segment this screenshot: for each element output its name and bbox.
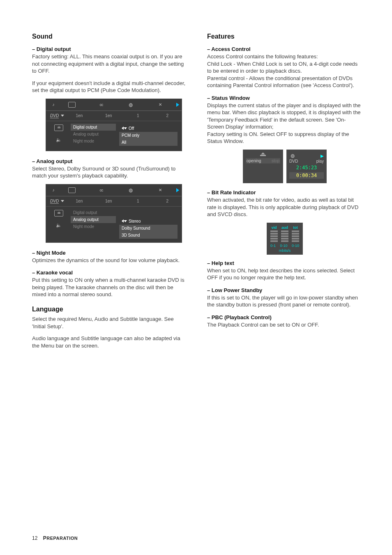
status-window-p2: Factory setting is ON. Select OFF to sup… [207,131,362,145]
osd2-opt-dolby: Dolby Surround [119,225,178,232]
status-right-top: ▶ [289,152,324,159]
arrow-right-icon [176,103,179,107]
osd-labels: Digital output Analog output Night mode [71,124,116,145]
osd-opt-all: All [119,139,178,146]
osd-opt-off-label: Off [129,126,134,131]
osd2-body: Digital output Analog output Night mode … [46,207,182,242]
osd-tab-globe [117,100,145,109]
osd-dvd-label: DVD [50,113,59,118]
osd2-label-night: Night mode [71,223,116,230]
status-right-labels: DVD play [289,159,324,164]
access-p2: Child Lock - When Child Lock is set to O… [207,60,362,75]
page-footer: 12 PREPARATION [32,535,78,541]
status-time-1: 2:45:23 [289,164,324,170]
pbc-p: The Playback Control can be set to ON or… [207,321,362,329]
osd2-tab-tools [146,186,175,195]
osd2-tab-globe [117,186,145,195]
bitrate-columns: vid aud tot [270,226,299,242]
bitrate-col-tot: tot [292,226,299,242]
screen-icon [68,187,76,193]
low-power-heading: – Low Power Standby [207,287,362,293]
music-note-icon [50,187,57,193]
cc-icon [98,187,105,193]
status-left-opening: opening [247,159,261,163]
tools-icon [157,187,164,193]
bitrate-indicator: vid aud tot 0-1 [207,223,362,254]
digital-output-heading: – Digital output [32,46,187,52]
status-window-illustration: opening stop ▶ DVD play 2:45:23 0:00:34 [207,150,362,183]
osd2-status-c4: 2 [153,199,182,203]
globe-icon [127,187,134,193]
equal-icon [54,210,63,216]
bitrate-p: When activated, the bit rate for video, … [207,196,362,218]
osd2-options: Stereo Dolby Surround 3D Sound [119,209,178,240]
osd-status-c2: 1en [95,113,123,118]
section-name: PREPARATION [43,535,78,541]
bitrate-col-vid: vid [270,226,278,242]
osd-options: Off PCM only All [119,124,178,147]
osd-tab-row [46,99,182,111]
bitrate-r1: 0-1 [270,244,276,248]
language-heading: Language [32,306,187,313]
disc-icon [289,152,296,159]
bitrate-col-aud: aud [281,226,288,242]
status-box-right: ▶ DVD play 2:45:23 0:00:34 [287,150,326,183]
status-dvd-label: DVD [289,159,298,164]
chevron-down-icon [61,200,64,202]
analog-output-p: Select Stereo, Dolby Surround or 3D soun… [32,165,187,180]
page-number: 12 [32,535,37,541]
bitrate-r3: 0-10 [292,244,299,248]
osd-tab-cc [87,100,116,109]
access-control-heading: – Access Control [207,46,362,52]
speaker-icon [55,137,62,143]
bitrate-box: vid aud tot 0-1 [267,223,302,254]
osd2-opt-3d: 3D Sound [119,232,178,239]
left-column: Sound – Digital output Factory setting: … [32,33,187,354]
status-window-p1: Displays the current status of the playe… [207,102,362,131]
osd2-dvd-label: DVD [50,199,59,204]
osd-digital-output: DVD 1en 1en 1 2 Digital output Analog ou… [46,99,182,151]
two-column-layout: Sound – Digital output Factory setting: … [32,33,362,354]
equal-icon [54,124,63,131]
night-mode-p: Optimizes the dynamics of the sound for … [32,257,187,264]
status-time-2: 0:00:34 [289,172,324,179]
status-window-heading: – Status Window [207,95,362,101]
osd2-status-c2: 1en [95,199,123,203]
osd2-status-c3: 1 [124,199,152,203]
help-text-p: When set to ON, help text describes the … [207,267,362,281]
right-column: Features – Access Control Access Control… [207,33,362,354]
status-left-row: opening stop [246,158,280,164]
bitrate-tot-label: tot [293,226,298,230]
osd2-labels: Digital output Analog output Night mode [71,209,116,230]
cc-icon [98,101,105,108]
osd2-tab-row [46,184,182,196]
osd2-label-digital: Digital output [71,209,116,216]
osd-opt-pcm: PCM only [119,132,178,139]
bitrate-vid-label: vid [271,226,277,230]
osd2-status-c1: 1en [65,199,93,203]
osd2-label-analog: Analog output [71,216,116,223]
bitrate-heading: – Bit Rate Indicator [207,189,362,196]
low-power-p: If this is set to ON, the player will go… [207,294,362,309]
access-p1: Access Control contains the following fe… [207,53,362,60]
status-left-stop: stop [272,159,279,163]
screen-icon [68,102,76,108]
status-play-label: play [316,159,324,164]
language-p2: Audio language and Subtitle language can… [32,335,187,349]
osd-body: Digital output Analog output Night mode … [46,121,182,151]
pbc-heading: – PBC (Playback Control) [207,314,362,320]
osd2-tab-cc [87,186,116,195]
osd2-tab-screen [58,186,86,195]
analog-output-heading: – Analog output [32,158,187,164]
bitrate-aud-label: aud [281,226,288,230]
osd2-opt-stereo: Stereo [119,218,178,225]
bitrate-ranges: 0-1 0-10 0-10 [270,244,299,248]
digital-output-p1: Factory setting: ALL. This means coaxial… [32,53,187,75]
music-note-icon [50,101,57,108]
access-p3: Parental control - Allows the conditiona… [207,75,362,89]
section-rest: REPARATION [46,536,78,541]
tools-icon [157,101,164,108]
digital-output-p2: If your equipment doesn't include a digi… [32,80,187,94]
osd-opt-off: Off [119,125,178,132]
sound-heading: Sound [32,33,187,40]
